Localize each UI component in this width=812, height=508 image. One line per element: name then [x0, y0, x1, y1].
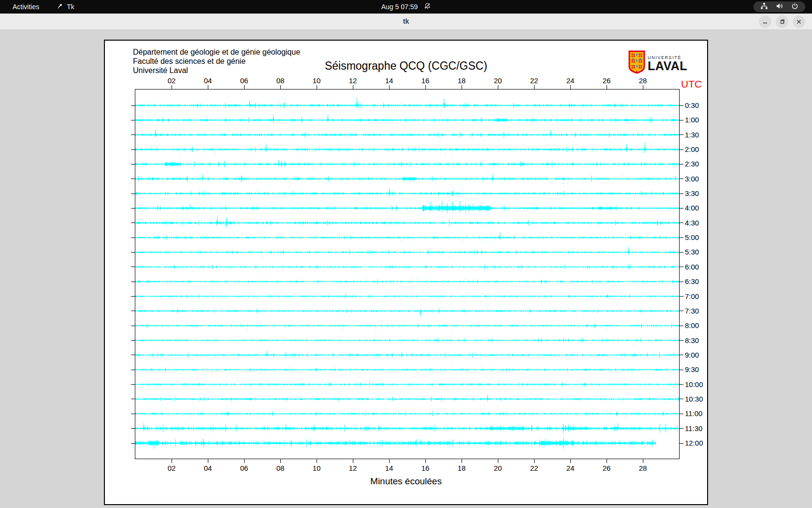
row-tick-left	[131, 326, 135, 326]
x-tick-bottom	[172, 459, 172, 463]
row-tick-left	[131, 282, 135, 282]
x-tick-label-bottom: 10	[309, 464, 324, 472]
utc-axis-label: UTC	[681, 78, 702, 90]
x-tick-bottom	[208, 459, 208, 463]
close-button[interactable]	[793, 15, 805, 28]
clock-label: Aug 5 07:59	[381, 3, 418, 11]
row-tick-left	[131, 164, 135, 164]
row-utc-label: 0:30	[685, 101, 699, 109]
row-tick-left	[131, 134, 135, 135]
clock-menu-button[interactable]: Aug 5 07:59	[381, 2, 431, 11]
x-tick-label-top: 28	[636, 76, 650, 85]
x-tick-label-top: 12	[346, 76, 360, 85]
row-utc-label: 7:30	[685, 307, 699, 315]
row-utc-label: 1:00	[685, 116, 699, 124]
tk-app-icon	[57, 3, 63, 11]
row-tick-left	[131, 223, 135, 223]
row-tick-right	[680, 149, 683, 150]
row-utc-label: 11:00	[685, 409, 702, 418]
window-title: tk	[0, 17, 812, 25]
network-wired-icon	[760, 2, 768, 11]
x-tick-bottom	[570, 459, 571, 463]
row-utc-label: 3:30	[685, 189, 699, 197]
row-tick-right	[680, 105, 683, 106]
x-tick-bottom	[244, 459, 245, 463]
logo-laval-text: LAVAL	[648, 60, 687, 72]
row-tick-left	[131, 370, 135, 370]
x-tick-label-bottom: 06	[237, 464, 251, 472]
row-utc-label: 9:00	[685, 351, 699, 359]
row-tick-right	[680, 296, 683, 297]
x-tick-top	[317, 85, 317, 89]
row-tick-left	[131, 149, 135, 150]
x-tick-top	[643, 85, 643, 89]
system-tray-menu[interactable]	[754, 1, 805, 12]
row-tick-right	[680, 311, 683, 311]
row-tick-left	[131, 252, 135, 253]
minimize-button[interactable]	[759, 15, 771, 28]
x-tick-label-bottom: 12	[346, 464, 360, 472]
laval-shield-icon	[628, 50, 645, 75]
row-utc-label: 5:30	[685, 248, 699, 256]
row-utc-label: 11:30	[685, 424, 702, 433]
volume-icon	[776, 2, 783, 11]
activities-button[interactable]: Activities	[9, 2, 43, 12]
row-utc-label: 9:30	[685, 365, 699, 374]
x-tick-top	[534, 85, 535, 89]
x-tick-label-bottom: 22	[527, 464, 541, 472]
row-tick-right	[680, 194, 683, 194]
x-tick-bottom	[389, 459, 390, 463]
x-tick-label-top: 24	[563, 76, 578, 85]
row-tick-right	[680, 443, 683, 444]
x-tick-label-bottom: 26	[599, 464, 614, 472]
x-tick-bottom	[643, 459, 643, 463]
x-tick-label-top: 10	[309, 76, 324, 85]
x-tick-bottom	[353, 459, 353, 463]
row-tick-left	[131, 267, 135, 267]
x-tick-top	[498, 85, 498, 89]
x-tick-label-bottom: 02	[164, 464, 179, 472]
row-tick-left	[131, 296, 135, 297]
row-tick-left	[131, 208, 135, 209]
tk-seismograph-window: Département de géologie et de génie géol…	[104, 40, 708, 505]
row-utc-label: 4:30	[685, 219, 699, 227]
power-icon	[791, 2, 798, 11]
x-tick-label-top: 20	[491, 76, 505, 85]
row-utc-label: 2:00	[685, 145, 699, 153]
x-tick-top	[208, 85, 208, 89]
row-tick-left	[131, 179, 135, 179]
row-tick-left	[131, 120, 135, 120]
focused-app-indicator[interactable]: Tk	[57, 3, 74, 11]
x-tick-label-bottom: 08	[273, 464, 288, 472]
row-tick-right	[680, 282, 683, 282]
x-tick-label-bottom: 04	[201, 464, 215, 472]
org-line-1: Département de géologie et de génie géol…	[133, 47, 300, 57]
row-tick-right	[680, 326, 683, 326]
x-tick-label-bottom: 24	[563, 464, 578, 472]
maximize-button[interactable]	[776, 15, 788, 28]
x-tick-label-bottom: 20	[491, 464, 505, 472]
row-tick-right	[680, 370, 683, 370]
row-tick-left	[131, 355, 135, 355]
row-tick-left	[131, 414, 135, 414]
x-tick-top	[280, 85, 281, 89]
row-tick-right	[680, 223, 683, 223]
page-title: Séismographe QCQ (CGC/GSC)	[105, 60, 707, 73]
x-tick-bottom	[534, 459, 535, 463]
x-tick-label-bottom: 16	[418, 464, 433, 472]
row-utc-label: 5:00	[685, 233, 699, 241]
x-tick-top	[607, 85, 607, 89]
row-tick-right	[680, 238, 683, 238]
row-utc-label: 10:30	[685, 395, 703, 403]
x-tick-bottom	[280, 459, 281, 463]
row-tick-right	[680, 355, 683, 355]
x-tick-label-bottom: 14	[382, 464, 396, 472]
row-tick-right	[680, 399, 683, 399]
row-tick-right	[680, 340, 683, 341]
x-tick-top	[172, 85, 172, 89]
x-tick-label-top: 06	[237, 76, 251, 85]
row-tick-left	[131, 384, 135, 385]
row-tick-left	[131, 340, 135, 341]
seismogram-plot-frame	[135, 89, 680, 459]
row-utc-label: 8:00	[685, 321, 699, 329]
